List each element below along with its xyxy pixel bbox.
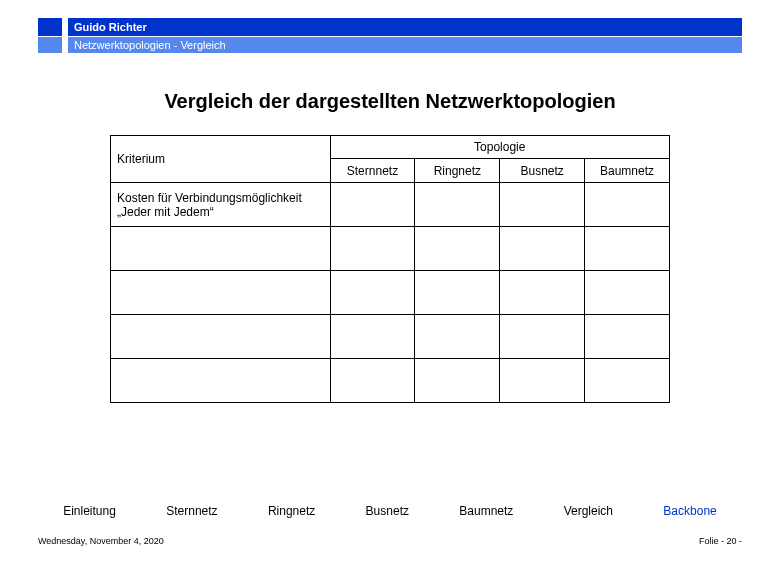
author-name: Guido Richter bbox=[74, 21, 147, 33]
nav-ringnetz[interactable]: Ringnetz bbox=[268, 504, 315, 518]
cell bbox=[585, 271, 670, 315]
nav-vergleich[interactable]: Vergleich bbox=[564, 504, 613, 518]
slide-title: Vergleich der dargestellten Netzwerktopo… bbox=[38, 90, 742, 113]
criterion-row-2 bbox=[111, 271, 331, 315]
header-accent-box-3 bbox=[38, 54, 62, 64]
criterion-header: Kriterium bbox=[111, 136, 331, 183]
nav-baumnetz[interactable]: Baumnetz bbox=[459, 504, 513, 518]
criterion-row-4 bbox=[111, 359, 331, 403]
col-sternnetz: Sternnetz bbox=[330, 159, 415, 183]
breadcrumb-bar: Netzwerktopologien - Vergleich bbox=[68, 37, 742, 53]
cell bbox=[500, 315, 585, 359]
cell bbox=[330, 315, 415, 359]
nav-einleitung[interactable]: Einleitung bbox=[63, 504, 116, 518]
bottom-nav: Einleitung Sternnetz Ringnetz Busnetz Ba… bbox=[38, 504, 742, 518]
cell bbox=[415, 315, 500, 359]
comparison-table: Kriterium Topologie Sternnetz Ringnetz B… bbox=[110, 135, 670, 403]
header-accent-box-1 bbox=[38, 18, 62, 36]
nav-busnetz[interactable]: Busnetz bbox=[366, 504, 409, 518]
cell bbox=[585, 315, 670, 359]
cell bbox=[330, 227, 415, 271]
col-baumnetz: Baumnetz bbox=[585, 159, 670, 183]
cell bbox=[330, 183, 415, 227]
cell bbox=[330, 359, 415, 403]
criterion-row-0: Kosten für Verbindungsmöglichkeit „Jeder… bbox=[111, 183, 331, 227]
cell bbox=[415, 227, 500, 271]
criterion-row-3 bbox=[111, 315, 331, 359]
criterion-row-1 bbox=[111, 227, 331, 271]
col-ringnetz: Ringnetz bbox=[415, 159, 500, 183]
footer-date: Wednesday, November 4, 2020 bbox=[38, 536, 164, 546]
footer-folio: Folie - 20 - bbox=[699, 536, 742, 546]
breadcrumb: Netzwerktopologien - Vergleich bbox=[74, 39, 226, 51]
cell bbox=[415, 271, 500, 315]
header-spacer bbox=[68, 54, 742, 64]
nav-backbone[interactable]: Backbone bbox=[663, 504, 716, 518]
header-accent-box-2 bbox=[38, 37, 62, 53]
cell bbox=[415, 359, 500, 403]
cell bbox=[585, 359, 670, 403]
author-bar: Guido Richter bbox=[68, 18, 742, 36]
col-busnetz: Busnetz bbox=[500, 159, 585, 183]
nav-sternnetz[interactable]: Sternnetz bbox=[166, 504, 217, 518]
cell bbox=[585, 227, 670, 271]
cell bbox=[500, 359, 585, 403]
cell bbox=[500, 271, 585, 315]
cell bbox=[500, 227, 585, 271]
cell bbox=[330, 271, 415, 315]
topology-header: Topologie bbox=[330, 136, 669, 159]
cell bbox=[415, 183, 500, 227]
cell bbox=[500, 183, 585, 227]
cell bbox=[585, 183, 670, 227]
